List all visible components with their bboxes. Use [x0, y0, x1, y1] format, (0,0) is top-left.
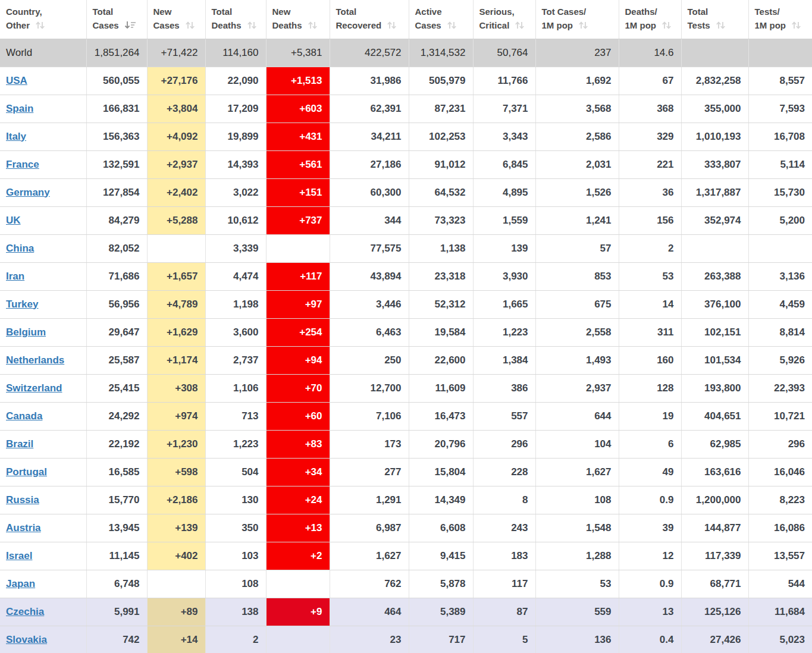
sort-both-icon[interactable]: [661, 21, 672, 30]
table-row: Germany127,854+2,4023,022+15160,30064,53…: [0, 178, 812, 206]
column-header-recovered[interactable]: TotalRecovered: [330, 0, 409, 39]
country-link-switzerland[interactable]: Switzerland: [6, 382, 62, 394]
sort-both-icon[interactable]: [515, 21, 525, 30]
country-link-iran[interactable]: Iran: [6, 271, 24, 282]
country-link-austria[interactable]: Austria: [6, 522, 41, 533]
column-header-line1: Tests/: [755, 7, 780, 17]
value-cell: 14.6: [619, 39, 681, 67]
column-header-tests[interactable]: TotalTests: [681, 0, 748, 39]
column-header-1m-pop[interactable]: Tot Cases/1M pop: [535, 0, 619, 39]
country-link-italy[interactable]: Italy: [6, 131, 26, 142]
sort-desc-icon[interactable]: [124, 21, 136, 30]
country-link-belgium[interactable]: Belgium: [6, 326, 46, 338]
country-link-netherlands[interactable]: Netherlands: [6, 354, 64, 366]
column-header-critical[interactable]: Serious,Critical: [473, 0, 535, 39]
country-link-czechia[interactable]: Czechia: [6, 606, 44, 617]
value-cell: 404,651: [681, 402, 748, 430]
value-cell: 352,974: [681, 206, 748, 234]
country-cell: World: [0, 39, 86, 67]
sort-both-icon[interactable]: [308, 21, 318, 30]
column-header-line2: Deaths: [272, 20, 302, 30]
value-cell: 296: [473, 430, 535, 458]
value-cell: 9,415: [409, 542, 473, 570]
value-cell: 173: [330, 430, 409, 458]
sort-both-icon[interactable]: [185, 21, 195, 30]
sort-both-icon[interactable]: [387, 21, 397, 30]
country-link-canada[interactable]: Canada: [6, 410, 42, 422]
column-header-cases[interactable]: NewCases: [147, 0, 205, 39]
country-link-israel[interactable]: Israel: [6, 550, 32, 561]
column-header-line1: Active: [415, 7, 442, 17]
column-header-cases[interactable]: TotalCases: [86, 0, 147, 39]
country-link-france[interactable]: France: [6, 159, 39, 170]
sort-both-icon[interactable]: [578, 21, 588, 30]
country-link-slovakia[interactable]: Slovakia: [6, 634, 47, 645]
new-deaths-cell: +97: [266, 290, 330, 318]
value-cell: 675: [535, 290, 619, 318]
value-cell: [681, 39, 748, 67]
column-header-line1: Country,: [6, 7, 42, 17]
value-cell: 333,807: [681, 150, 748, 178]
new-cases-cell: +5,288: [147, 206, 205, 234]
value-cell: 14: [619, 290, 681, 318]
country-link-brazil[interactable]: Brazil: [6, 438, 33, 450]
country-link-germany[interactable]: Germany: [6, 187, 50, 198]
column-header-1m-pop[interactable]: Deaths/1M pop: [619, 0, 681, 39]
table-row: Portugal16,585+598504+3427715,8042281,62…: [0, 458, 812, 486]
country-link-portugal[interactable]: Portugal: [6, 466, 47, 478]
value-cell: 43,894: [330, 262, 409, 290]
sort-both-icon[interactable]: [791, 21, 801, 30]
table-row: Israel11,145+402103+21,6279,4151831,2881…: [0, 542, 812, 570]
column-header-line1: New: [153, 7, 172, 17]
country-link-russia[interactable]: Russia: [6, 494, 39, 506]
value-cell: 2,937: [535, 374, 619, 402]
value-cell: 13,557: [748, 542, 812, 570]
value-cell: 25,587: [86, 346, 147, 374]
value-cell: 263,388: [681, 262, 748, 290]
column-header-1m-pop[interactable]: Tests/1M pop: [748, 0, 812, 39]
value-cell: [266, 570, 330, 598]
column-header-cases[interactable]: ActiveCases: [409, 0, 473, 39]
value-cell: 1,559: [473, 206, 535, 234]
table-row: France132,591+2,93714,393+56127,18691,01…: [0, 150, 812, 178]
value-cell: [266, 234, 330, 262]
value-cell: 296: [748, 430, 812, 458]
column-header-other[interactable]: Country,Other: [0, 0, 86, 39]
value-cell: [147, 234, 205, 262]
column-header-deaths[interactable]: NewDeaths: [266, 0, 330, 39]
value-cell: 91,012: [409, 150, 473, 178]
sort-both-icon[interactable]: [447, 21, 457, 30]
value-cell: 1,317,887: [681, 178, 748, 206]
country-link-china[interactable]: China: [6, 243, 34, 254]
value-cell: 16,086: [748, 514, 812, 542]
value-cell: 19,899: [205, 123, 266, 150]
country-link-uk[interactable]: UK: [6, 215, 21, 226]
new-cases-cell: +14: [147, 626, 205, 653]
value-cell: 560,055: [86, 67, 147, 95]
value-cell: 3,343: [473, 123, 535, 150]
value-cell: 101,534: [681, 346, 748, 374]
column-header-deaths[interactable]: TotalDeaths: [205, 0, 266, 39]
new-cases-cell: +1,629: [147, 318, 205, 346]
value-cell: 4,895: [473, 178, 535, 206]
country-link-japan[interactable]: Japan: [6, 578, 35, 589]
value-cell: 104: [535, 430, 619, 458]
value-cell: 5: [473, 626, 535, 653]
country-link-usa[interactable]: USA: [6, 75, 27, 86]
value-cell: 15,770: [86, 486, 147, 514]
value-cell: 3,446: [330, 290, 409, 318]
value-cell: 11,684: [748, 598, 812, 626]
value-cell: [748, 39, 812, 67]
value-cell: 11,609: [409, 374, 473, 402]
sort-both-icon[interactable]: [247, 21, 257, 30]
value-cell: 1,241: [535, 206, 619, 234]
country-link-spain[interactable]: Spain: [6, 103, 33, 114]
country-link-turkey[interactable]: Turkey: [6, 299, 39, 310]
value-cell: 311: [619, 318, 681, 346]
value-cell: 5,991: [86, 598, 147, 626]
sort-both-icon[interactable]: [35, 21, 45, 30]
new-deaths-cell: +117: [266, 262, 330, 290]
country-cell: Slovakia: [0, 626, 86, 653]
sort-both-icon[interactable]: [716, 21, 726, 30]
value-cell: 183: [473, 542, 535, 570]
